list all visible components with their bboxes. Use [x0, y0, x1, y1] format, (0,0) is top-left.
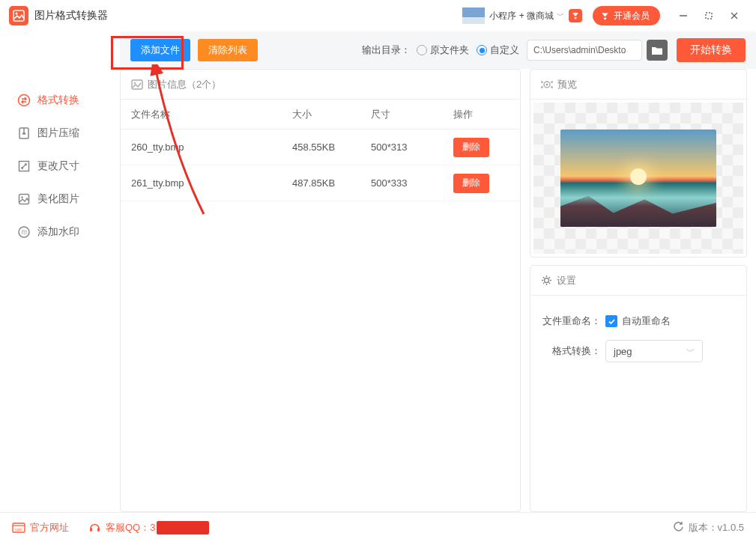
maximize-button[interactable]: [699, 6, 719, 25]
svg-text:印: 印: [22, 230, 27, 235]
sidebar-item-watermark[interactable]: 印 添加水印: [0, 216, 112, 249]
user-dropdown[interactable]: 小程序 + 微商城 ﹀: [489, 10, 564, 22]
add-files-button[interactable]: 添加文件: [130, 39, 190, 61]
table-row: 260_tty.bmp 458.55KB 500*313 删除: [121, 130, 520, 165]
svg-point-17: [545, 278, 549, 283]
website-icon: com: [12, 523, 25, 533]
radio-custom-folder[interactable]: 自定义: [477, 43, 519, 57]
official-label: 官方网址: [30, 521, 69, 535]
browse-folder-button[interactable]: [647, 40, 668, 61]
version-info[interactable]: 版本： v1.0.5: [673, 521, 744, 535]
vip-badge-icon[interactable]: [569, 9, 582, 22]
preview-image: [560, 130, 716, 227]
minimize-button[interactable]: [674, 6, 693, 25]
open-vip-label: 开通会员: [614, 10, 650, 22]
rename-check-label: 自动重命名: [622, 314, 671, 328]
watermark-icon: 印: [16, 225, 31, 240]
sidebar-item-beautify[interactable]: 美化图片: [0, 183, 112, 216]
sidebar-item-label: 更改尺寸: [37, 159, 79, 173]
auto-rename-checkbox[interactable]: [605, 315, 617, 327]
file-panel-header: 图片信息（2个）: [121, 70, 520, 100]
col-size: 大小: [292, 108, 371, 121]
toolbar: 添加文件 清除列表 输出目录： 原文件夹 自定义 开始转换: [0, 31, 756, 69]
preview-icon: [541, 79, 553, 90]
setting-rename-row: 文件重命名： 自动重命名: [542, 306, 734, 336]
cell-size: 487.85KB: [292, 177, 371, 189]
image-info-icon: [131, 79, 143, 90]
format-select[interactable]: jpeg ﹀: [605, 340, 703, 362]
settings-title: 设置: [557, 274, 576, 287]
setting-format-row: 格式转换： jpeg ﹀: [542, 336, 734, 366]
close-button[interactable]: [725, 6, 744, 25]
preview-header: 预览: [530, 70, 746, 100]
format-value: jpeg: [614, 346, 632, 357]
delete-button[interactable]: 删除: [453, 174, 489, 193]
start-convert-button[interactable]: 开始转换: [677, 38, 746, 62]
sidebar: 格式转换 图片压缩 更改尺寸 美化图片 印 添加水印: [0, 69, 112, 512]
table-row: 261_tty.bmp 487.85KB 500*333 删除: [121, 165, 520, 201]
app-logo: [9, 6, 28, 25]
gear-icon: [541, 275, 552, 286]
footer: com 官方网址 客服QQ：3 版本： v1.0.5: [0, 512, 756, 542]
svg-rect-21: [90, 528, 92, 532]
svg-point-16: [546, 83, 548, 85]
chevron-down-icon: ﹀: [557, 10, 564, 21]
output-dir-label: 输出目录：: [362, 43, 411, 57]
main: 格式转换 图片压缩 更改尺寸 美化图片 印 添加水印 图片信息（2个） 文件名称: [0, 69, 756, 512]
svg-rect-3: [706, 13, 712, 19]
title-bar: 图片格式转换器 小程序 + 微商城 ﹀ 开通会员: [0, 0, 756, 31]
clear-list-button[interactable]: 清除列表: [198, 39, 258, 61]
convert-icon: [16, 93, 31, 108]
preview-title: 预览: [557, 78, 577, 91]
settings-panel: 设置 文件重命名： 自动重命名 格式转换： jpeg ﹀: [530, 265, 747, 512]
format-label: 格式转换：: [542, 344, 601, 358]
preview-body: [533, 103, 743, 254]
col-action: 操作: [453, 108, 509, 121]
official-website-link[interactable]: com 官方网址: [12, 521, 69, 535]
sidebar-item-compress[interactable]: 图片压缩: [0, 117, 112, 150]
radio-original-folder[interactable]: 原文件夹: [417, 43, 469, 57]
cell-filename: 260_tty.bmp: [131, 141, 292, 153]
svg-point-10: [21, 196, 22, 198]
refresh-icon: [673, 521, 684, 535]
version-label: 版本：: [689, 521, 718, 535]
sidebar-item-resize[interactable]: 更改尺寸: [0, 150, 112, 183]
cell-size: 458.55KB: [292, 141, 371, 153]
sidebar-item-label: 美化图片: [37, 192, 79, 206]
user-text: 小程序 + 微商城: [489, 10, 554, 22]
vip-icon: [599, 10, 611, 22]
svg-point-1: [16, 13, 18, 15]
col-dimensions: 尺寸: [371, 108, 453, 121]
delete-button[interactable]: 删除: [453, 138, 489, 157]
qq-label: 客服QQ：3: [106, 521, 155, 535]
resize-icon: [16, 159, 31, 174]
version-value: v1.0.5: [718, 522, 744, 533]
headset-icon: [88, 521, 101, 534]
output-path-input[interactable]: [527, 40, 642, 61]
svg-rect-13: [132, 80, 142, 89]
cell-filename: 261_tty.bmp: [131, 177, 292, 189]
file-list-panel: 图片信息（2个） 文件名称 大小 尺寸 操作 260_tty.bmp 458.5…: [120, 69, 521, 512]
svg-point-6: [19, 95, 30, 106]
svg-point-14: [134, 82, 136, 83]
compress-icon: [16, 126, 31, 141]
sidebar-item-label: 格式转换: [37, 94, 79, 107]
chevron-down-icon: ﹀: [686, 346, 695, 357]
qq-number-redacted: [157, 521, 209, 535]
col-filename: 文件名称: [131, 108, 292, 121]
svg-text:com: com: [15, 527, 22, 532]
app-title: 图片格式转换器: [34, 9, 108, 22]
cell-dimensions: 500*313: [371, 141, 453, 153]
file-panel-title: 图片信息（2个）: [148, 78, 221, 91]
rename-label: 文件重命名：: [542, 314, 601, 328]
user-avatar[interactable]: [462, 7, 485, 24]
table-header: 文件名称 大小 尺寸 操作: [121, 100, 520, 130]
customer-service-qq[interactable]: 客服QQ：3: [88, 521, 209, 535]
open-vip-button[interactable]: 开通会员: [593, 6, 660, 25]
settings-header: 设置: [530, 266, 746, 296]
preview-panel: 预览: [530, 69, 747, 258]
cell-dimensions: 500*333: [371, 177, 453, 189]
sidebar-item-format-convert[interactable]: 格式转换: [0, 84, 112, 117]
beautify-icon: [16, 192, 31, 207]
sidebar-item-label: 图片压缩: [37, 127, 79, 140]
